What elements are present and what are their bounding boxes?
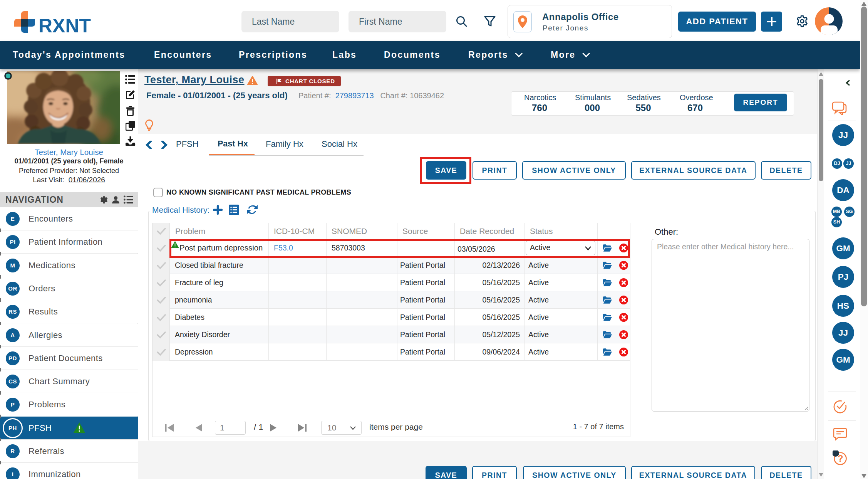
svg-text:RXNT: RXNT xyxy=(39,15,91,34)
